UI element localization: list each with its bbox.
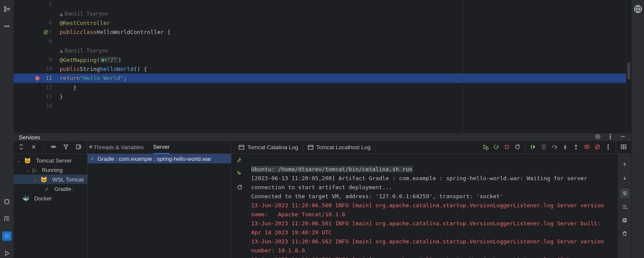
more-actions-icon[interactable] xyxy=(605,144,611,151)
log-down-icon[interactable] xyxy=(622,175,628,182)
svg-point-29 xyxy=(608,144,609,145)
close-icon[interactable] xyxy=(30,144,37,151)
gutter-line[interactable]: 13 xyxy=(14,92,59,101)
code-line[interactable] xyxy=(59,101,626,110)
rerun-icon[interactable] xyxy=(482,144,489,151)
gutter-line[interactable]: 9 xyxy=(14,55,59,64)
tree-wsl-tomcat[interactable]: ⌄🐱 WSL Tomcat xyxy=(14,175,87,184)
gutter-line[interactable]: 12 xyxy=(14,83,59,92)
code-line[interactable]: public class HelloWorldController { xyxy=(59,28,626,37)
svg-point-14 xyxy=(610,138,611,139)
svg-rect-36 xyxy=(623,218,626,220)
gutter-line[interactable] xyxy=(14,9,59,18)
code-line[interactable] xyxy=(59,0,626,9)
debug-icon[interactable] xyxy=(2,197,12,206)
svg-point-24 xyxy=(565,148,566,149)
restart-icon[interactable] xyxy=(514,144,521,151)
structure-icon[interactable] xyxy=(2,214,12,224)
code-line[interactable]: ▲Daniil Tsaryov xyxy=(59,46,626,55)
breakpoints-icon[interactable] xyxy=(583,144,590,151)
tab-catalina-log[interactable]: Tomcat Catalina Log xyxy=(238,141,298,154)
ring-icon xyxy=(43,29,49,35)
svg-rect-16 xyxy=(76,144,80,148)
code-line[interactable]: @RestController xyxy=(59,18,626,28)
code-line[interactable]: return "Hello World"; xyxy=(59,74,626,83)
pause-icon[interactable] xyxy=(541,144,547,151)
code-line[interactable]: } xyxy=(59,83,626,92)
svg-rect-20 xyxy=(505,145,509,148)
target-icon[interactable] xyxy=(595,133,601,141)
code-line[interactable]: } xyxy=(59,92,626,101)
step-out-icon[interactable] xyxy=(573,144,579,151)
svg-point-33 xyxy=(237,161,239,162)
gutter-line[interactable]: 5 xyxy=(14,0,59,9)
log-up-icon[interactable] xyxy=(622,162,628,169)
mute-breakpoints-icon[interactable] xyxy=(594,144,601,151)
svg-rect-21 xyxy=(531,144,532,148)
svg-point-27 xyxy=(586,145,590,148)
run-icon[interactable] xyxy=(2,249,12,258)
log-print-icon[interactable] xyxy=(622,217,628,224)
eye-icon[interactable] xyxy=(50,144,57,151)
tree-tomcat-server[interactable]: ⌄🐱 Tomcat Server xyxy=(14,156,87,165)
code-line[interactable] xyxy=(59,37,626,46)
code-line[interactable]: ▲Daniil Tsaryov xyxy=(59,9,626,18)
resume-icon[interactable] xyxy=(530,144,536,151)
services-panel-header: Services xyxy=(14,133,631,141)
console-output[interactable]: Ubuntu: /home/dtsarev/tomcat/bin/catalin… xyxy=(248,154,617,258)
code-line[interactable]: @GetMapping(◉▾"/") xyxy=(59,55,626,64)
globe-icon[interactable] xyxy=(633,4,643,14)
step-over-icon[interactable] xyxy=(551,144,558,151)
more-icon[interactable] xyxy=(2,22,12,31)
tree-docker[interactable]: 🐳 Docker xyxy=(14,194,87,203)
log-sync-down-icon[interactable] xyxy=(237,157,243,164)
vcs-icon[interactable] xyxy=(2,4,12,14)
svg-point-6 xyxy=(5,200,9,204)
svg-point-34 xyxy=(237,171,239,172)
svg-point-5 xyxy=(8,26,9,27)
filter-icon[interactable] xyxy=(63,144,69,151)
stop-icon[interactable] xyxy=(504,144,510,151)
svg-point-3 xyxy=(5,26,6,27)
editor-scrollbar[interactable] xyxy=(626,0,631,133)
options-icon[interactable] xyxy=(607,133,614,141)
step-into-icon[interactable] xyxy=(562,144,568,151)
code-editor[interactable]: 567891011121314 ▲Daniil Tsaryov@RestCont… xyxy=(14,0,631,133)
log-trash-icon[interactable] xyxy=(622,230,628,238)
layout-icon[interactable] xyxy=(620,144,627,151)
log-sync-right-icon[interactable] xyxy=(237,170,243,178)
artifact-row[interactable]: ✓Gradle : com.example : spring-hello-wor… xyxy=(88,154,231,163)
svg-point-19 xyxy=(486,147,488,150)
svg-point-11 xyxy=(598,136,598,137)
editor-column-guide xyxy=(462,0,463,133)
svg-point-31 xyxy=(608,148,609,149)
gutter-line[interactable]: 14 xyxy=(14,101,59,110)
gutter-line[interactable]: 11 xyxy=(14,74,59,83)
gutter-line[interactable] xyxy=(14,46,59,55)
group-icon[interactable] xyxy=(75,144,82,151)
svg-point-0 xyxy=(4,6,6,8)
left-tool-rail xyxy=(0,0,14,258)
log-wrap-icon[interactable] xyxy=(620,188,629,198)
minimize-icon[interactable] xyxy=(620,133,626,141)
tab-server[interactable]: Server xyxy=(153,141,170,154)
tab-localhost-log[interactable]: Tomcat Localhost Log xyxy=(307,141,371,154)
services-tree-column: | ⌄🐱 Tomcat Server ⌄▷ Running ⌄🐱 WSL Tom… xyxy=(14,141,88,258)
breakpoint-icon[interactable] xyxy=(35,76,39,80)
gutter-line[interactable]: 10 xyxy=(14,64,59,74)
code-line[interactable]: public String helloWorld() { xyxy=(59,64,626,74)
tree-running[interactable]: ⌄▷ Running xyxy=(14,165,87,175)
services-artifact-column: Threads & Variables Server ✓Gradle : com… xyxy=(88,141,231,258)
gutter-line[interactable]: 6 xyxy=(14,18,59,28)
tab-threads-variables[interactable]: Threads & Variables xyxy=(94,141,144,154)
log-scroll-icon[interactable] xyxy=(622,204,628,211)
gutter-line[interactable]: 7 xyxy=(14,28,59,37)
log-refresh-icon[interactable] xyxy=(237,184,243,192)
services-icon[interactable] xyxy=(2,231,12,241)
tree-gradle-artifact[interactable]: ✓ Gradle : xyxy=(14,184,87,194)
update-icon[interactable] xyxy=(493,144,499,151)
svg-rect-23 xyxy=(544,144,545,148)
gutter-line[interactable]: 8 xyxy=(14,37,59,46)
expand-collapse-icon[interactable] xyxy=(18,144,24,151)
log-toolbar: Tomcat Catalina Log Tomcat Localhost Log xyxy=(231,141,631,154)
